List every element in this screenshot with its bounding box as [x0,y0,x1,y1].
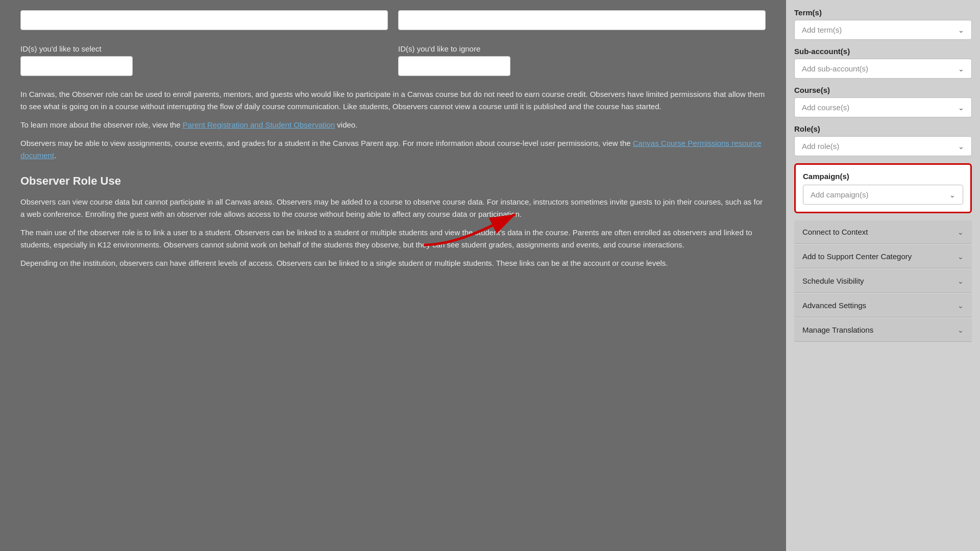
campaigns-label: Campaign(s) [803,172,963,181]
courses-chevron-icon: ⌄ [958,104,964,112]
roles-section: Role(s) Add role(s) ⌄ [794,124,972,156]
terms-label: Term(s) [794,8,972,17]
connect-context-label: Connect to Context [802,228,868,236]
support-center-label: Add to Support Center Category [802,252,912,261]
advanced-settings-chevron-icon: ⌄ [958,302,964,310]
connect-context-chevron-icon: ⌄ [958,228,964,236]
terms-placeholder: Add term(s) [802,26,842,34]
subaccount-placeholder: Add sub-account(s) [802,64,868,73]
roles-chevron-icon: ⌄ [958,142,964,151]
message-body-input[interactable]: lia-message-body-content [20,10,388,30]
campaigns-chevron-icon: ⌄ [949,191,955,199]
terms-dropdown[interactable]: Add term(s) ⌄ [794,20,972,40]
manage-translations-chevron-icon: ⌄ [958,326,964,334]
link2-paragraph: Observers may be able to view assignment… [20,137,766,162]
support-center-item[interactable]: Add to Support Center Category ⌄ [794,245,972,268]
support-center-chevron-icon: ⌄ [958,253,964,261]
manage-translations-label: Manage Translations [802,325,873,334]
schedule-visibility-item[interactable]: Schedule Visibility ⌄ [794,269,972,293]
connect-context-item[interactable]: Connect to Context ⌄ [794,220,972,244]
link1-paragraph: To learn more about the observer role, v… [20,119,766,131]
manage-translations-item[interactable]: Manage Translations ⌄ [794,318,972,342]
campaigns-section-highlight: Campaign(s) Add campaign(s) ⌄ [794,163,972,213]
advanced-settings-label: Advanced Settings [802,301,866,310]
subaccount-label: Sub-account(s) [794,47,972,56]
subaccount-section: Sub-account(s) Add sub-account(s) ⌄ [794,47,972,79]
right-sidebar: Term(s) Add term(s) ⌄ Sub-account(s) Add… [786,0,980,551]
schedule-visibility-label: Schedule Visibility [802,277,864,285]
observer-para3: The main use of the observer role is to … [20,227,766,251]
campaigns-placeholder: Add campaign(s) [811,190,868,199]
campaigns-dropdown[interactable]: Add campaign(s) ⌄ [803,185,963,205]
subaccount-dropdown[interactable]: Add sub-account(s) ⌄ [794,59,972,79]
intro-paragraph: In Canvas, the Observer role can be used… [20,88,766,113]
terms-chevron-icon: ⌄ [958,26,964,34]
courses-section: Course(s) Add course(s) ⌄ [794,86,972,117]
terms-section: Term(s) Add term(s) ⌄ [794,8,972,40]
ids-select-label: ID(s) you'd like to select [20,44,388,53]
ids-ignore-input[interactable]: id1,id2 [398,56,510,76]
roles-placeholder: Add role(s) [802,142,839,151]
subaccount-chevron-icon: ⌄ [958,65,964,73]
advanced-settings-item[interactable]: Advanced Settings ⌄ [794,294,972,317]
courses-placeholder: Add course(s) [802,103,849,112]
article-body: In Canvas, the Observer role can be used… [20,88,766,269]
observer-para2: Observers can view course data but canno… [20,196,766,220]
courses-dropdown[interactable]: Add course(s) ⌄ [794,97,972,117]
observer-heading: Observer Role Use [20,172,766,190]
roles-dropdown[interactable]: Add role(s) ⌄ [794,136,972,156]
observer-para4: Depending on the institution, observers … [20,257,766,269]
courses-label: Course(s) [794,86,972,94]
parent-registration-link[interactable]: Parent Registration and Student Observat… [183,120,335,129]
roles-label: Role(s) [794,124,972,133]
schedule-visibility-chevron-icon: ⌄ [958,277,964,285]
ids-select-input[interactable]: id1,id2 [20,56,133,76]
ids-ignore-label: ID(s) you'd like to ignore [398,44,766,53]
class-input[interactable]: class1,class2 [398,10,766,30]
